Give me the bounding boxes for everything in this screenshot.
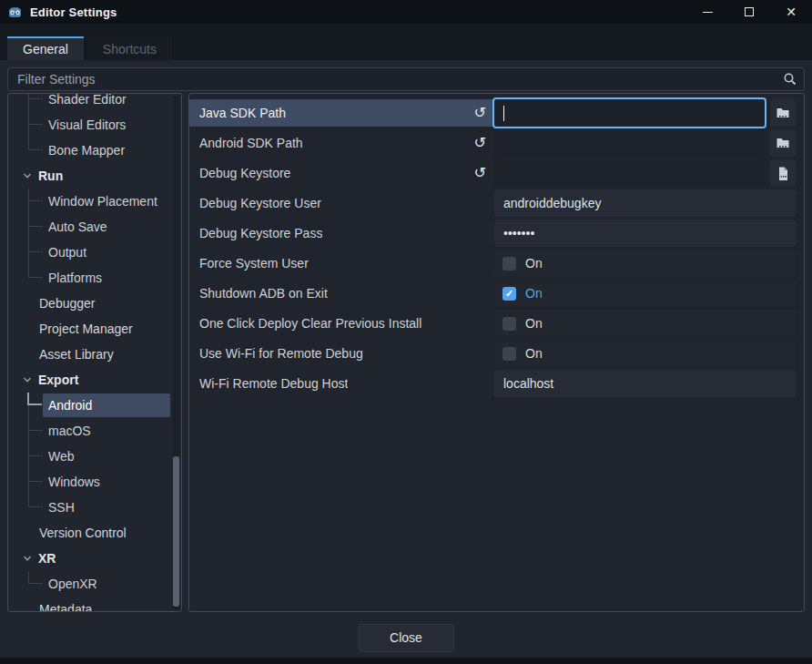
sidebar-item-label: Metadata [39, 602, 92, 612]
tab-general[interactable]: General [7, 36, 84, 60]
browse-button[interactable] [770, 159, 796, 187]
text-input[interactable]: androiddebugkey [494, 189, 796, 217]
sidebar-scrollbar-thumb[interactable] [173, 456, 179, 607]
text-input[interactable] [494, 99, 765, 127]
tree-line [28, 431, 29, 444]
sidebar-item-macos[interactable]: macOS [8, 418, 172, 444]
sidebar-item-label: Output [48, 245, 86, 260]
checkbox-box[interactable] [502, 347, 516, 361]
revert-icon[interactable]: ↺ [474, 136, 486, 150]
setting-value-cell: androiddebugkey [494, 189, 796, 217]
sidebar-item-android[interactable]: Android [8, 393, 172, 418]
sidebar-item-web[interactable]: Web [8, 444, 172, 469]
browse-button[interactable] [770, 129, 796, 157]
setting-label: Debug Keystore [199, 166, 290, 180]
setting-label: Android SDK Path [199, 136, 303, 150]
sidebar-item-version-control[interactable]: Version Control [8, 520, 172, 546]
setting-value-cell [494, 99, 765, 127]
tab-label: General [23, 42, 68, 56]
setting-label-cell[interactable]: Use Wi-Fi for Remote Debug [189, 340, 494, 367]
tree-line [28, 469, 43, 482]
browse-button[interactable] [770, 99, 796, 127]
folder-icon [776, 136, 790, 150]
settings-row: Force System User On [189, 250, 796, 277]
checkbox[interactable]: On [494, 310, 796, 337]
setting-label-cell[interactable]: Force System User [189, 250, 494, 277]
sidebar-item-run[interactable]: Run [8, 163, 172, 189]
checkbox-box[interactable]: ✓ [502, 287, 516, 301]
tree-line [28, 495, 43, 507]
tab-shortcuts[interactable]: Shortcuts [87, 36, 172, 60]
sidebar-item-bone-mapper[interactable]: Bone Mapper [8, 138, 172, 163]
sidebar-item-label: Export [38, 373, 78, 387]
checkbox-box[interactable] [502, 257, 516, 271]
file-icon [776, 166, 790, 180]
setting-label-cell[interactable]: Debug Keystore ↺ [189, 159, 494, 187]
sidebar-item-label: Asset Library [39, 347, 114, 362]
checkbox[interactable]: ✓ On [494, 280, 796, 307]
setting-label-cell[interactable]: One Click Deploy Clear Previous Install [189, 310, 494, 337]
sidebar-item-debugger[interactable]: Debugger [8, 291, 172, 316]
folder-icon [776, 106, 790, 120]
sidebar-item-visual-editors[interactable]: Visual Editors [8, 112, 172, 138]
text-input[interactable] [494, 159, 765, 187]
input-value: localhost [503, 376, 553, 391]
setting-value-cell: On [494, 250, 796, 277]
checkbox-box[interactable] [502, 317, 516, 331]
tree-line [28, 99, 29, 112]
setting-label: Java SDK Path [199, 106, 286, 120]
checkbox[interactable]: On [494, 250, 796, 277]
sidebar-item-metadata[interactable]: Metadata [8, 597, 172, 612]
setting-label-cell[interactable]: Debug Keystore Pass [189, 220, 494, 247]
minimize-button[interactable] [686, 0, 728, 24]
settings-property-panel: Java SDK Path ↺ Android SDK Path ↺ Debug… [188, 93, 805, 612]
tree-line [28, 252, 29, 265]
close-button[interactable]: Close [359, 624, 454, 652]
sidebar-item-label: XR [38, 551, 56, 566]
setting-label-cell[interactable]: Debug Keystore User [189, 189, 494, 217]
sidebar-item-windows[interactable]: Windows [8, 469, 172, 495]
sidebar-item-auto-save[interactable]: Auto Save [8, 214, 172, 240]
tree-line [28, 482, 29, 495]
sidebar-item-project-manager[interactable]: Project Manager [8, 316, 172, 342]
setting-value-cell: On [494, 340, 796, 367]
tree-line [28, 214, 43, 227]
settings-row: Debug Keystore ↺ [189, 159, 796, 187]
sidebar-item-ssh[interactable]: SSH [8, 495, 172, 520]
checkbox[interactable]: On [494, 340, 796, 367]
setting-label: Force System User [199, 256, 309, 271]
tree-line [27, 393, 42, 405]
text-input[interactable]: ••••••• [494, 220, 796, 247]
setting-label-cell[interactable]: Wi-Fi Remote Debug Host [189, 370, 494, 397]
sidebar-tree: Shader Editor Visual Editors Bone Mapper… [8, 93, 172, 612]
maximize-button[interactable] [728, 0, 770, 24]
sidebar-item-export[interactable]: Export [8, 367, 172, 393]
close-window-button[interactable]: ✕ [770, 0, 812, 24]
settings-row: Wi-Fi Remote Debug Host localhost [189, 370, 796, 397]
window-title: Editor Settings [30, 5, 117, 19]
sidebar-item-xr[interactable]: XR [8, 546, 172, 571]
sidebar-item-shader-editor[interactable]: Shader Editor [8, 93, 172, 112]
revert-icon[interactable]: ↺ [474, 166, 486, 180]
sidebar-item-label: Android [48, 398, 92, 413]
text-input[interactable]: localhost [494, 370, 796, 397]
sidebar-item-asset-library[interactable]: Asset Library [8, 342, 172, 367]
text-input[interactable] [494, 129, 765, 157]
sidebar-item-output[interactable]: Output [8, 240, 172, 265]
checkbox-label: On [525, 316, 543, 331]
sidebar-item-platforms[interactable]: Platforms [8, 265, 172, 291]
sidebar-item-label: Auto Save [48, 220, 107, 234]
sidebar-item-openxr[interactable]: OpenXR [8, 571, 172, 597]
tree-line [28, 240, 43, 252]
chevron-down-icon [23, 554, 32, 563]
setting-label-cell[interactable]: Java SDK Path ↺ [189, 99, 494, 127]
setting-label: Wi-Fi Remote Debug Host [199, 376, 348, 391]
search-input[interactable] [7, 67, 805, 91]
tree-line [28, 418, 43, 431]
revert-icon[interactable]: ↺ [474, 106, 486, 120]
sidebar-item-window-placement[interactable]: Window Placement [8, 189, 172, 214]
setting-value-cell: ••••••• [494, 220, 796, 247]
setting-label-cell[interactable]: Shutdown ADB on Exit [189, 280, 494, 307]
dialog-footer: Close [0, 618, 812, 658]
setting-label-cell[interactable]: Android SDK Path ↺ [189, 129, 494, 157]
